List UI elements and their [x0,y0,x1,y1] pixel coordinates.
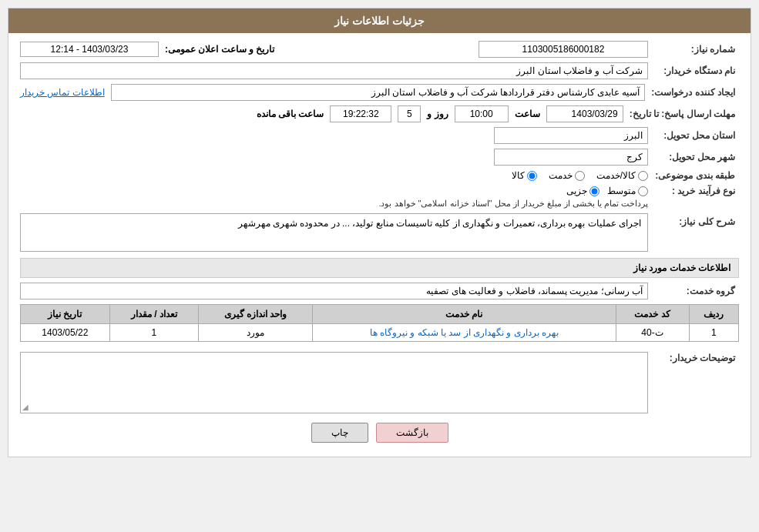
category-goods-option[interactable]: کالا [512,170,537,181]
creator-value: آسیه عابدی کارشناس دفتر قراردادها شرکت آ… [111,84,646,101]
category-goods-service-label: کالا/خدمت [596,170,636,181]
purchase-type-medium-radio[interactable] [638,186,648,196]
city-label: شهر محل تحویل: [654,152,739,162]
purchase-type-radio-group: متوسط جزیی [20,186,648,196]
deadline-date: 1403/03/29 [546,105,623,122]
category-service-option[interactable]: خدمت [549,170,585,181]
service-table: ردیف کد خدمت نام خدمت واحد اندازه گیری ت… [20,304,739,342]
cell-row-num: 1 [689,324,738,342]
back-button[interactable]: بازگشت [376,423,448,443]
purchase-type-partial-label: جزیی [566,186,587,196]
table-header-service-name: نام خدمت [313,305,616,324]
deadline-remaining-label: ساعت باقی مانده [257,109,324,119]
city-value: کرج [494,149,648,166]
page-header: جزئیات اطلاعات نیاز [8,8,751,33]
resize-handle: ◢ [22,403,29,411]
table-header-unit: واحد اندازه گیری [199,305,313,324]
deadline-days-value: 5 [398,105,421,122]
service-group-label: گروه خدمت: [654,286,739,296]
province-label: استان محل تحویل: [654,130,739,141]
category-goods-radio[interactable] [527,171,537,181]
deadline-remaining-value: 19:22:32 [330,105,391,122]
creator-label: ایجاد کننده درخواست: [651,87,739,98]
cell-unit: مورد [199,324,313,342]
deadline-time-label: ساعت [515,109,540,119]
category-goods-service-option[interactable]: کالا/خدمت [596,170,648,181]
need-number-value: 1103005186000182 [479,41,648,58]
cell-service-code: ت-40 [616,324,689,342]
service-group-value: آب رسانی؛ مدیریت پسماند، فاضلاب و فعالیت… [20,283,648,299]
services-section-header: اطلاعات خدمات مورد نیاز [20,258,739,278]
deadline-day-label: روز و [427,109,448,119]
table-header-quantity: تعداد / مقدار [109,305,199,324]
need-number-label: شماره نیاز: [654,44,739,55]
buyer-notes-box[interactable]: ◢ [20,352,648,413]
purchase-type-medium-option[interactable]: متوسط [607,186,648,196]
description-value: اجرای عملیات بهره برداری، تعمیرات و نگهد… [20,213,648,252]
category-goods-label: کالا [512,170,525,181]
announce-label: تاریخ و ساعت اعلان عمومی: [165,44,274,55]
cell-date: 1403/05/22 [21,324,110,342]
cell-service-name: بهره برداری و نگهداری از سد یا شبکه و نی… [313,324,616,342]
category-service-radio[interactable] [575,171,585,181]
description-label: شرح کلی نیاز: [654,213,739,227]
table-row: 1 ت-40 بهره برداری و نگهداری از سد یا شب… [21,324,739,342]
category-label: طبقه بندی موضوعی: [654,170,739,181]
table-header-row-num: ردیف [689,305,738,324]
deadline-label: مهلت ارسال پاسخ: تا تاریخ: [630,109,739,119]
category-radio-group: کالا/خدمت خدمت کالا [512,170,648,181]
table-header-date: تاریخ نیاز [21,305,110,324]
buyer-org-label: نام دستگاه خریدار: [654,65,739,76]
purchase-type-note: پرداخت تمام یا بخشی از مبلغ خریدار از مح… [20,199,648,209]
category-goods-service-radio[interactable] [638,171,648,181]
print-button[interactable]: چاپ [311,423,368,443]
purchase-type-medium-label: متوسط [607,186,636,196]
deadline-time-value: 10:00 [455,105,509,122]
announce-date-value: 1403/03/23 - 12:14 [20,42,159,57]
table-header-service-code: کد خدمت [616,305,689,324]
purchase-type-partial-option[interactable]: جزیی [566,186,599,196]
purchase-type-partial-radio[interactable] [589,186,599,196]
buyer-notes-label: توضیحات خریدار: [654,350,739,363]
purchase-type-label: نوع فرآیند خرید : [654,186,739,196]
category-service-label: خدمت [549,170,573,181]
buttons-row: بازگشت چاپ [20,423,739,443]
province-value: البرز [494,127,648,144]
contact-link[interactable]: اطلاعات تماس خریدار [20,87,105,98]
cell-quantity: 1 [109,324,199,342]
buyer-org-value: شرکت آب و فاضلاب استان البرز [20,62,648,79]
page-title: جزئیات اطلاعات نیاز [334,15,425,27]
